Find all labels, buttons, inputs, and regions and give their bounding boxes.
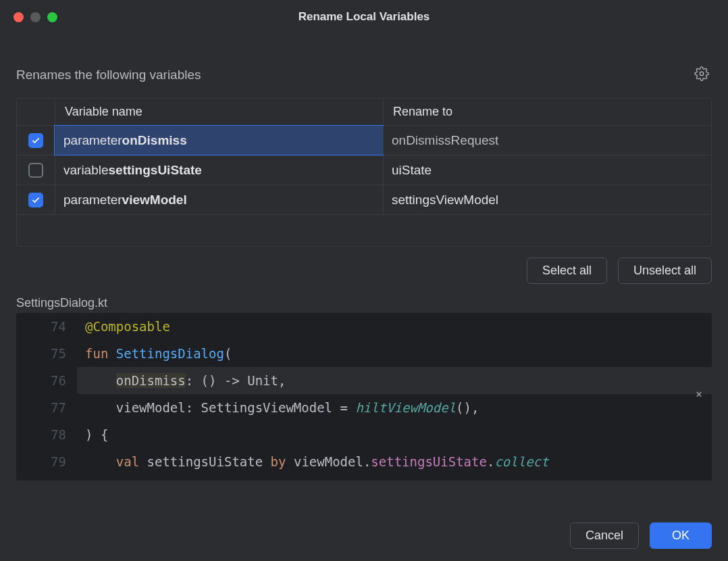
close-icon[interactable]: ✕ [696, 381, 702, 408]
line-number: 74 [16, 313, 77, 340]
select-all-button[interactable]: Select all [527, 258, 607, 284]
unselect-all-button[interactable]: Unselect all [618, 258, 712, 284]
variable-name-cell[interactable]: variable settingsUiState [55, 155, 383, 185]
window-title: Rename Local Variables [0, 10, 728, 24]
rename-to-cell[interactable]: uiState [383, 155, 711, 185]
rename-to-cell[interactable]: onDismissRequest [383, 126, 711, 155]
code-preview: 74 @Composable 75 fun SettingsDialog( 76… [16, 313, 712, 481]
line-number: 76 [16, 367, 77, 394]
ok-button[interactable]: OK [650, 522, 712, 549]
table-header: Variable name Rename to [17, 99, 711, 126]
variable-name-cell[interactable]: parameter onDismiss [55, 126, 383, 155]
row-checkbox[interactable] [28, 163, 43, 178]
table-row[interactable]: variable settingsUiStateuiState [17, 155, 711, 185]
table-row[interactable]: parameter onDismissonDismissRequest [17, 126, 711, 155]
row-checkbox[interactable] [28, 193, 43, 208]
column-header-name[interactable]: Variable name [55, 99, 383, 125]
variables-table: Variable name Rename to parameter onDism… [16, 98, 712, 247]
line-number: 78 [16, 421, 77, 448]
window-minimize-button[interactable] [30, 12, 41, 22]
line-number: 75 [16, 340, 77, 367]
traffic-lights [0, 12, 57, 22]
line-number: 77 [16, 394, 77, 421]
settings-button[interactable] [692, 64, 712, 86]
highlighted-identifier: onDismiss [116, 373, 186, 388]
table-row[interactable]: parameter viewModelsettingsViewModel [17, 185, 711, 215]
svg-point-0 [700, 72, 704, 76]
variable-name-cell[interactable]: parameter viewModel [55, 185, 383, 214]
rename-to-cell[interactable]: settingsViewModel [383, 185, 711, 214]
window-close-button[interactable] [14, 12, 24, 22]
preview-filename: SettingsDialog.kt [16, 296, 712, 310]
window-maximize-button[interactable] [47, 12, 57, 22]
row-checkbox[interactable] [28, 133, 43, 148]
titlebar: Rename Local Variables [0, 0, 728, 34]
gear-icon [694, 66, 709, 81]
dialog-subtitle: Renames the following variables [16, 68, 201, 82]
column-header-rename[interactable]: Rename to [383, 99, 711, 125]
line-number: 79 [16, 448, 77, 475]
cancel-button[interactable]: Cancel [570, 522, 639, 549]
code-annotation: @Composable [85, 319, 170, 334]
